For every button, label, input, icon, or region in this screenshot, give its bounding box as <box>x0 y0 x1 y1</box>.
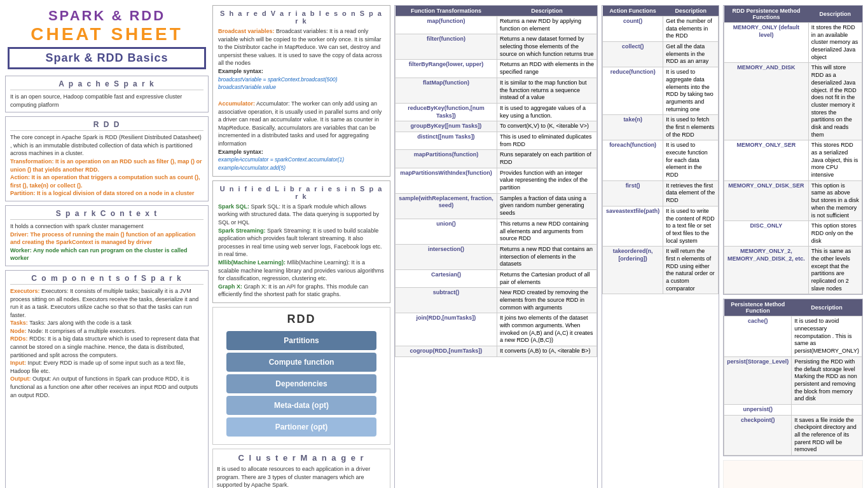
shared-variables-title: S h a r e d V a r i a b l e s o n S p a … <box>218 10 385 25</box>
apache-spark-content: It is an open source, Hadoop compatible … <box>10 93 203 109</box>
example2-label: Example syntax: <box>218 149 263 155</box>
function-transformations-section: Function Transformations Description map… <box>394 5 598 488</box>
func-name: mapPartitions(function) <box>396 150 497 168</box>
table-row: foreach(function)It is used to execute f… <box>603 140 719 180</box>
persist-desc: It stores the RDD in an available cluste… <box>808 23 862 63</box>
components-section: C o m p o n e n t s o f S p a r k Execut… <box>5 270 209 488</box>
func-desc: Provides function with an integer value … <box>497 168 596 193</box>
apache-spark-title: A p a c h e S p a r k <box>10 79 203 90</box>
spark-context-section: S p a r k C o n t e x t It holds a conne… <box>5 205 209 266</box>
rdd-title: R D D <box>10 120 203 131</box>
components-title: C o m p o n e n t s o f S p a r k <box>10 274 203 285</box>
cluster-manager-title: C l u s t e r M a n a g e r <box>217 453 386 463</box>
persist-desc: This is same as the other levels except … <box>808 247 862 294</box>
pm-name: persist(Storage_Level) <box>724 356 792 404</box>
accumulator-label: Accumulator: <box>218 100 255 107</box>
apache-spark-section: A p a c h e S p a r k It is an open sour… <box>5 76 209 112</box>
table-row: join(RDD,[numTasks])It joins two element… <box>396 313 597 346</box>
spark-context-content: It holds a connection with spark cluster… <box>10 222 203 262</box>
action-name: saveastextfile(path) <box>603 206 663 246</box>
example1-code1: broadcastVariable = sparkContext.broadca… <box>218 76 338 83</box>
table-row: checkpoint()It saves a file inside the c… <box>724 415 862 455</box>
rdd-compute: Compute function <box>226 353 376 372</box>
persist-desc: This option is same as above but stores … <box>808 180 862 220</box>
action-desc: It is used to write the content of RDD t… <box>663 206 719 246</box>
table-row: union()This returns a new RDD containing… <box>396 219 597 244</box>
persist-desc: This stores RDD as a serialized Java obj… <box>808 140 862 180</box>
table-row: mapPartitions(function)Runs separately o… <box>396 150 597 168</box>
table-row: takeordered(n, [ordering])It will return… <box>603 247 719 294</box>
table-row: DISC_ONLYThis option stores RDD only on … <box>724 221 862 247</box>
rdd-partition: Partition: It is a logical division of d… <box>10 190 195 196</box>
table-row: reduceByKey(function,[num Tasks])It is u… <box>396 103 597 121</box>
persist-desc: This will store RDD as a deserialized Ja… <box>808 63 862 140</box>
rdd-section: R D D The core concept in Apache Spark i… <box>5 116 209 201</box>
example2-code2: exampleAccumulator.add(5) <box>218 165 286 171</box>
func-desc: New RDD created by removing the elements… <box>497 288 596 313</box>
mllib-label: Mllib(Machine Learning): <box>218 259 286 266</box>
table-row: count()Get the number of data elements i… <box>603 17 719 42</box>
example1-code2: broadcastVariable.value <box>218 84 276 90</box>
title-basics: Spark & RDD Basics <box>8 47 206 69</box>
table-row: take(n)It is used to fetch the first n e… <box>603 115 719 140</box>
table-row: saveastextfile(path)It is used to write … <box>603 206 719 246</box>
func-desc: Returns the Cartesian product of all pai… <box>497 269 596 287</box>
action-desc: It is used to execute function for each … <box>663 140 719 180</box>
intellipaat-area: intelliPaat FURTHERMORE: Spark Certifica… <box>723 460 863 488</box>
spark-context-title: S p a r k C o n t e x t <box>10 209 203 220</box>
func-name: map(function) <box>396 17 497 34</box>
func-name: mapPartitionsWithIndex(function) <box>396 168 497 193</box>
func-name: reduceByKey(function,[num Tasks]) <box>396 103 497 121</box>
table-row: cogroup(RDD,[numTasks])It converts (A,B)… <box>396 346 597 357</box>
comp-rdds: RDDs: <box>10 336 28 342</box>
func-desc: Samples a fraction of data using a given… <box>497 193 596 219</box>
action-name: reduce(function) <box>603 67 663 115</box>
ft-col2-header: Description <box>497 6 596 17</box>
persist-name: DISC_ONLY <box>724 221 808 247</box>
pm-desc: Persisting the RDD with the default stor… <box>792 356 862 404</box>
table-row: filterByRange(lower, upper)Returns an RD… <box>396 60 597 78</box>
action-functions-table: Action Functions Description count()Get … <box>602 6 719 294</box>
table-row: persist(Storage_Level)Persisting the RDD… <box>724 356 862 404</box>
rdd-partitions: Partitions <box>226 331 376 350</box>
table-row: intersection()Returns a new RDD that con… <box>396 244 597 269</box>
spark-context-driver: Driver: The process of running the main … <box>10 231 196 246</box>
rp-col2-header: Description <box>808 6 862 23</box>
table-row: groupByKey([num Tasks])To convert(K,V) t… <box>396 121 597 132</box>
pm-name: cache() <box>724 316 792 356</box>
pm-desc <box>792 404 862 415</box>
persistence-method-table: Persistence Method Function Description … <box>724 299 862 456</box>
persistence-method-section: Persistence Method Function Description … <box>723 299 863 456</box>
func-desc: It is used to aggregate values of a key … <box>497 103 596 121</box>
func-desc: This is used to eliminated duplicates fr… <box>497 132 596 149</box>
pm-col1-header: Persistence Method Function <box>724 299 792 316</box>
persist-desc: This option stores RDD only on the disk <box>808 221 862 247</box>
comp-output: Output: <box>10 376 31 382</box>
rdd-dependencies: Dependencies <box>226 374 376 393</box>
af-col1-header: Action Functions <box>603 6 663 17</box>
pm-col2-header: Description <box>792 299 862 316</box>
unified-libraries-section: U n i f i e d L i b r a r i e s i n S p … <box>212 180 390 303</box>
rdd-content: The core concept in Apache Spark is RDD … <box>10 133 203 198</box>
comp-executors: Executors: <box>10 288 40 294</box>
cluster-manager-section: C l u s t e r M a n a g e r It is used t… <box>212 449 390 488</box>
rdd-persistence-table: RDD Persistence Method Functions Descrip… <box>724 6 862 294</box>
action-name: takeordered(n, [ordering]) <box>603 247 663 294</box>
table-row: filter(function)Returns a new dataset fo… <box>396 34 597 60</box>
action-name: first() <box>603 180 663 206</box>
persist-name: MEMORY_ONLY_DISK_SER <box>724 180 808 220</box>
func-desc: It is similar to the map function but th… <box>497 78 596 103</box>
pm-name: unpersist() <box>724 404 792 415</box>
table-row: distinct([num Tasks])This is used to eli… <box>396 132 597 149</box>
func-name: union() <box>396 219 497 244</box>
table-row: mapPartitionsWithIndex(function)Provides… <box>396 168 597 193</box>
func-desc: Returns a new RDD by applying function o… <box>497 17 596 34</box>
action-desc: Get the number of data elements in the R… <box>663 17 719 42</box>
action-functions-section: Action Functions Description count()Get … <box>602 5 719 488</box>
func-desc: To convert(K,V) to (K, <iterable V>) <box>497 121 596 132</box>
persist-name: MEMORY_ONLY_SER <box>724 140 808 180</box>
cluster-manager-content: It is used to allocate resources to each… <box>217 465 386 488</box>
ft-col1-header: Function Transformations <box>396 6 497 17</box>
action-name: collect() <box>603 42 663 67</box>
spark-sql-label: Spark SQL: <box>218 203 249 210</box>
